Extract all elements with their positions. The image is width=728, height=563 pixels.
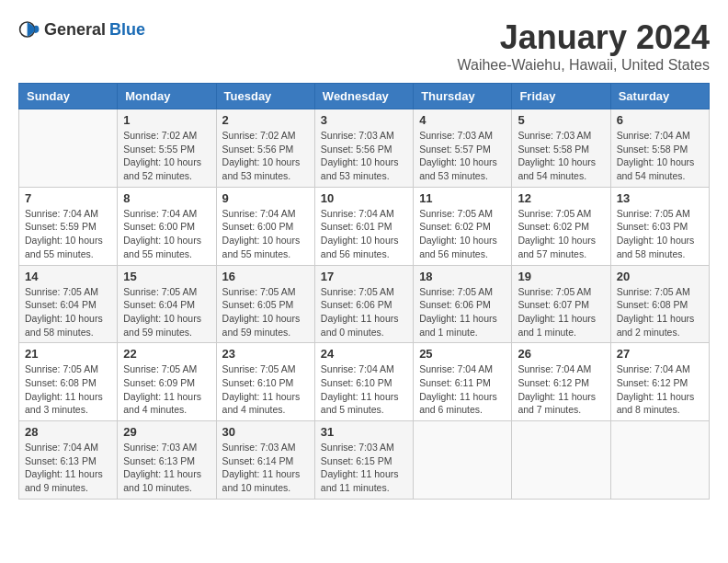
calendar-cell: 13Sunrise: 7:05 AM Sunset: 6:03 PM Dayli…	[610, 187, 709, 265]
calendar-cell: 29Sunrise: 7:03 AM Sunset: 6:13 PM Dayli…	[118, 421, 216, 500]
calendar-cell: 14Sunrise: 7:05 AM Sunset: 6:04 PM Dayli…	[19, 265, 118, 343]
page-header: General Blue January 2024 Waihee-Waiehu,…	[18, 18, 710, 74]
calendar-cell: 10Sunrise: 7:04 AM Sunset: 6:01 PM Dayli…	[314, 187, 413, 265]
column-header-thursday: Thursday	[414, 84, 512, 109]
day-info: Sunrise: 7:04 AM Sunset: 6:12 PM Dayligh…	[617, 362, 703, 417]
month-title: January 2024	[458, 18, 711, 57]
calendar-cell: 1Sunrise: 7:02 AM Sunset: 5:55 PM Daylig…	[118, 109, 216, 188]
day-info: Sunrise: 7:05 AM Sunset: 6:04 PM Dayligh…	[123, 285, 210, 339]
column-header-tuesday: Tuesday	[216, 84, 314, 109]
day-info: Sunrise: 7:05 AM Sunset: 6:02 PM Dayligh…	[518, 207, 604, 261]
calendar-cell: 25Sunrise: 7:04 AM Sunset: 6:11 PM Dayli…	[414, 343, 512, 421]
day-info: Sunrise: 7:05 AM Sunset: 6:09 PM Dayligh…	[123, 362, 210, 417]
calendar-cell	[19, 109, 118, 188]
calendar-cell: 3Sunrise: 7:03 AM Sunset: 5:56 PM Daylig…	[314, 109, 413, 188]
calendar-cell: 7Sunrise: 7:04 AM Sunset: 5:59 PM Daylig…	[19, 187, 118, 265]
day-number: 31	[321, 425, 407, 439]
day-number: 10	[321, 191, 407, 205]
day-number: 16	[222, 270, 309, 283]
calendar-week-row: 1Sunrise: 7:02 AM Sunset: 5:55 PM Daylig…	[19, 109, 710, 188]
calendar-header: SundayMondayTuesdayWednesdayThursdayFrid…	[19, 84, 710, 109]
day-number: 15	[123, 270, 210, 283]
day-number: 14	[25, 270, 111, 283]
day-number: 1	[123, 113, 210, 127]
day-info: Sunrise: 7:03 AM Sunset: 6:15 PM Dayligh…	[321, 441, 407, 495]
day-info: Sunrise: 7:04 AM Sunset: 6:01 PM Dayligh…	[321, 207, 407, 261]
logo: General Blue	[18, 18, 145, 40]
calendar-cell: 21Sunrise: 7:05 AM Sunset: 6:08 PM Dayli…	[19, 343, 118, 421]
day-info: Sunrise: 7:04 AM Sunset: 6:11 PM Dayligh…	[419, 362, 506, 417]
day-number: 30	[222, 425, 309, 439]
calendar-cell: 24Sunrise: 7:04 AM Sunset: 6:10 PM Dayli…	[314, 343, 413, 421]
day-number: 29	[123, 425, 210, 439]
day-number: 20	[617, 270, 703, 283]
day-info: Sunrise: 7:03 AM Sunset: 5:58 PM Dayligh…	[518, 129, 604, 183]
day-number: 3	[321, 113, 407, 127]
calendar-cell: 19Sunrise: 7:05 AM Sunset: 6:07 PM Dayli…	[512, 265, 610, 343]
day-number: 11	[419, 191, 506, 205]
calendar-cell: 2Sunrise: 7:02 AM Sunset: 5:56 PM Daylig…	[216, 109, 314, 188]
day-info: Sunrise: 7:04 AM Sunset: 6:00 PM Dayligh…	[123, 207, 210, 261]
calendar-cell: 5Sunrise: 7:03 AM Sunset: 5:58 PM Daylig…	[512, 109, 610, 188]
day-number: 26	[518, 347, 604, 361]
calendar-cell: 12Sunrise: 7:05 AM Sunset: 6:02 PM Dayli…	[512, 187, 610, 265]
calendar-week-row: 7Sunrise: 7:04 AM Sunset: 5:59 PM Daylig…	[19, 187, 710, 265]
calendar-cell: 27Sunrise: 7:04 AM Sunset: 6:12 PM Dayli…	[610, 343, 709, 421]
day-info: Sunrise: 7:05 AM Sunset: 6:03 PM Dayligh…	[617, 207, 703, 261]
calendar-cell	[414, 421, 512, 500]
day-info: Sunrise: 7:05 AM Sunset: 6:08 PM Dayligh…	[25, 362, 111, 417]
day-info: Sunrise: 7:05 AM Sunset: 6:07 PM Dayligh…	[518, 285, 604, 339]
day-number: 13	[617, 191, 703, 205]
day-info: Sunrise: 7:05 AM Sunset: 6:06 PM Dayligh…	[321, 285, 407, 339]
day-info: Sunrise: 7:04 AM Sunset: 6:10 PM Dayligh…	[321, 362, 407, 417]
column-header-sunday: Sunday	[19, 84, 118, 109]
calendar-cell: 31Sunrise: 7:03 AM Sunset: 6:15 PM Dayli…	[314, 421, 413, 500]
day-info: Sunrise: 7:04 AM Sunset: 5:58 PM Dayligh…	[617, 129, 703, 183]
calendar-table: SundayMondayTuesdayWednesdayThursdayFrid…	[18, 83, 710, 500]
logo-general-text: General	[44, 20, 106, 40]
day-number: 23	[222, 347, 309, 361]
day-info: Sunrise: 7:05 AM Sunset: 6:08 PM Dayligh…	[617, 285, 703, 339]
calendar-cell: 16Sunrise: 7:05 AM Sunset: 6:05 PM Dayli…	[216, 265, 314, 343]
day-info: Sunrise: 7:04 AM Sunset: 6:12 PM Dayligh…	[518, 362, 604, 417]
calendar-cell: 8Sunrise: 7:04 AM Sunset: 6:00 PM Daylig…	[118, 187, 216, 265]
day-info: Sunrise: 7:05 AM Sunset: 6:05 PM Dayligh…	[222, 285, 309, 339]
day-info: Sunrise: 7:03 AM Sunset: 5:56 PM Dayligh…	[321, 129, 407, 183]
day-number: 4	[419, 113, 506, 127]
column-header-wednesday: Wednesday	[314, 84, 413, 109]
title-area: January 2024 Waihee-Waiehu, Hawaii, Unit…	[458, 18, 711, 74]
calendar-cell: 17Sunrise: 7:05 AM Sunset: 6:06 PM Dayli…	[314, 265, 413, 343]
day-info: Sunrise: 7:05 AM Sunset: 6:06 PM Dayligh…	[419, 285, 506, 339]
calendar-cell: 18Sunrise: 7:05 AM Sunset: 6:06 PM Dayli…	[414, 265, 512, 343]
day-number: 19	[518, 270, 604, 283]
calendar-cell: 11Sunrise: 7:05 AM Sunset: 6:02 PM Dayli…	[414, 187, 512, 265]
day-info: Sunrise: 7:04 AM Sunset: 6:00 PM Dayligh…	[222, 207, 309, 261]
day-info: Sunrise: 7:02 AM Sunset: 5:55 PM Dayligh…	[123, 129, 210, 183]
calendar-cell: 6Sunrise: 7:04 AM Sunset: 5:58 PM Daylig…	[610, 109, 709, 188]
calendar-cell: 4Sunrise: 7:03 AM Sunset: 5:57 PM Daylig…	[414, 109, 512, 188]
day-info: Sunrise: 7:05 AM Sunset: 6:04 PM Dayligh…	[25, 285, 111, 339]
day-number: 22	[123, 347, 210, 361]
day-number: 21	[25, 347, 111, 361]
calendar-cell: 23Sunrise: 7:05 AM Sunset: 6:10 PM Dayli…	[216, 343, 314, 421]
logo-blue-text: Blue	[109, 20, 145, 40]
calendar-week-row: 28Sunrise: 7:04 AM Sunset: 6:13 PM Dayli…	[19, 421, 710, 500]
calendar-cell	[610, 421, 709, 500]
day-info: Sunrise: 7:03 AM Sunset: 6:14 PM Dayligh…	[222, 441, 309, 495]
day-number: 8	[123, 191, 210, 205]
calendar-cell	[512, 421, 610, 500]
day-info: Sunrise: 7:05 AM Sunset: 6:02 PM Dayligh…	[419, 207, 506, 261]
day-info: Sunrise: 7:04 AM Sunset: 6:13 PM Dayligh…	[25, 441, 111, 495]
calendar-cell: 22Sunrise: 7:05 AM Sunset: 6:09 PM Dayli…	[118, 343, 216, 421]
day-info: Sunrise: 7:02 AM Sunset: 5:56 PM Dayligh…	[222, 129, 309, 183]
day-number: 9	[222, 191, 309, 205]
day-info: Sunrise: 7:05 AM Sunset: 6:10 PM Dayligh…	[222, 362, 309, 417]
column-header-monday: Monday	[118, 84, 216, 109]
day-number: 12	[518, 191, 604, 205]
calendar-body: 1Sunrise: 7:02 AM Sunset: 5:55 PM Daylig…	[19, 109, 710, 500]
day-number: 28	[25, 425, 111, 439]
day-info: Sunrise: 7:04 AM Sunset: 5:59 PM Dayligh…	[25, 207, 111, 261]
day-number: 27	[617, 347, 703, 361]
calendar-cell: 15Sunrise: 7:05 AM Sunset: 6:04 PM Dayli…	[118, 265, 216, 343]
calendar-cell: 20Sunrise: 7:05 AM Sunset: 6:08 PM Dayli…	[610, 265, 709, 343]
